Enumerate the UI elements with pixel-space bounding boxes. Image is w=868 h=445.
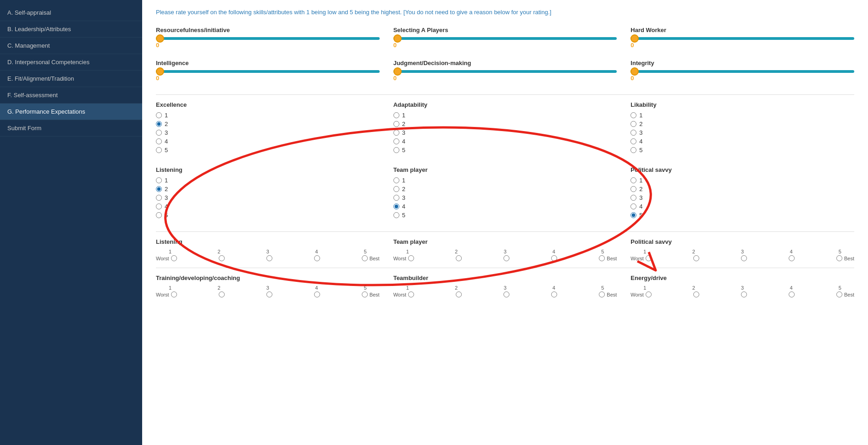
sidebar-item-interpersonal[interactable]: D. Interpersonal Competencies <box>0 54 142 71</box>
sidebar-item-leadership[interactable]: B. Leadership/Attributes <box>0 21 142 38</box>
scale-training-numbers: 1 2 3 4 5 <box>156 285 380 291</box>
slider-track-4 <box>156 70 380 73</box>
slider-thumb-5[interactable] <box>393 67 402 76</box>
excellence-option-5[interactable]: 5 <box>156 147 380 154</box>
political-savvy-option-2[interactable]: 2 <box>630 186 854 192</box>
listening-label: Listening <box>156 166 380 173</box>
political-savvy-option-1[interactable]: 1 <box>630 177 854 184</box>
scale-political-savvy-radio-3[interactable] <box>741 255 747 261</box>
sidebar-item-performance[interactable]: G. Performance Expectations <box>0 104 142 120</box>
slider-intelligence: Intelligence 0 <box>156 60 380 82</box>
adaptability-option-1[interactable]: 1 <box>393 112 617 119</box>
divider-1 <box>156 94 854 95</box>
slider-hardworker-label: Hard Worker <box>630 27 854 33</box>
scale-teambuilder-radio-5[interactable] <box>599 291 605 297</box>
slider-hardworker-value: 0 <box>630 42 854 49</box>
scale-political-savvy-radio-4[interactable] <box>789 255 795 261</box>
sidebar: A. Self-appraisal B. Leadership/Attribut… <box>0 0 142 445</box>
adaptability-option-2[interactable]: 2 <box>393 121 617 127</box>
listening-option-5[interactable]: 5 <box>156 212 380 219</box>
scale-listening-radio-3[interactable] <box>266 255 272 261</box>
scale-listening-radio-5[interactable] <box>362 255 368 261</box>
adaptability-option-5[interactable]: 5 <box>393 147 617 154</box>
scale-teambuilder-radio-4[interactable] <box>551 291 557 297</box>
scale-energy-drive-radios <box>644 291 844 297</box>
team-player-option-1[interactable]: 1 <box>393 177 617 184</box>
scale-team-player-radio-2[interactable] <box>456 255 462 261</box>
scale-energy-drive: Energy/drive 1 2 3 4 5 Worst Best <box>630 275 854 297</box>
listening-options: 1 2 3 4 5 <box>156 177 380 219</box>
scale-training: Training/developing/coaching 1 2 3 4 5 W… <box>156 275 380 297</box>
team-player-option-3[interactable]: 3 <box>393 194 617 201</box>
likability-option-1[interactable]: 1 <box>630 112 854 119</box>
slider-judgment-value: 0 <box>393 75 617 82</box>
likability-option-5[interactable]: 5 <box>630 147 854 154</box>
excellence-option-1[interactable]: 1 <box>156 112 380 119</box>
scale-team-player-radio-4[interactable] <box>551 255 557 261</box>
scale-political-savvy-radio-5[interactable] <box>836 255 842 261</box>
scale-listening-radio-4[interactable] <box>314 255 320 261</box>
best-label-training: Best <box>370 292 380 297</box>
scale-energy-drive-radio-5[interactable] <box>836 291 842 297</box>
scale-training-radio-3[interactable] <box>266 291 272 297</box>
team-player-option-4[interactable]: 4 <box>393 203 617 210</box>
scale-teambuilder-radio-1[interactable] <box>408 291 414 297</box>
sidebar-item-fit-alignment[interactable]: E. Fit/Alignment/Tradition <box>0 71 142 87</box>
sidebar-item-self-appraisal[interactable]: A. Self-appraisal <box>0 5 142 21</box>
scale-listening: Listening 1 2 3 4 5 Worst Best <box>156 238 380 261</box>
listening-option-4[interactable]: 4 <box>156 203 380 210</box>
worst-label-training: Worst <box>156 292 169 297</box>
political-savvy-option-5[interactable]: 5 <box>630 212 854 219</box>
scale-row-section-1: Listening 1 2 3 4 5 Worst Best <box>156 238 854 261</box>
scale-listening-radio-2[interactable] <box>219 255 225 261</box>
adaptability-option-3[interactable]: 3 <box>393 129 617 136</box>
political-savvy-option-3[interactable]: 3 <box>630 194 854 201</box>
slider-track <box>156 37 380 40</box>
slider-integrity: Integrity 0 <box>630 60 854 82</box>
scale-training-labels: Worst Best <box>156 291 380 297</box>
excellence-option-3[interactable]: 3 <box>156 129 380 136</box>
scale-listening-radio-1[interactable] <box>171 255 177 261</box>
sidebar-item-self-assessment[interactable]: F. Self-assessment <box>0 87 142 104</box>
scale-political-savvy-radio-2[interactable] <box>693 255 699 261</box>
team-player-option-5[interactable]: 5 <box>393 212 617 219</box>
scale-team-player-radios <box>406 255 607 261</box>
likability-option-4[interactable]: 4 <box>630 138 854 145</box>
scale-political-savvy-radio-1[interactable] <box>646 255 652 261</box>
scale-training-radio-5[interactable] <box>362 291 368 297</box>
scale-political-savvy-label: Political savvy <box>630 238 854 245</box>
scale-team-player-radio-3[interactable] <box>503 255 509 261</box>
scale-energy-drive-radio-3[interactable] <box>741 291 747 297</box>
excellence-option-2[interactable]: 2 <box>156 121 380 127</box>
scale-teambuilder-radio-3[interactable] <box>503 291 509 297</box>
scale-teambuilder-radio-2[interactable] <box>456 291 462 297</box>
scale-training-radio-4[interactable] <box>314 291 320 297</box>
slider-hardworker-track-container <box>630 37 854 40</box>
divider-2 <box>156 231 854 232</box>
scale-listening-numbers: 1 2 3 4 5 <box>156 249 380 254</box>
listening-option-1[interactable]: 1 <box>156 177 380 184</box>
likability-option-3[interactable]: 3 <box>630 129 854 136</box>
slider-integrity-track-container <box>630 70 854 73</box>
slider-thumb-2[interactable] <box>393 34 402 43</box>
scale-training-radio-1[interactable] <box>171 291 177 297</box>
scale-team-player-radio-1[interactable] <box>408 255 414 261</box>
scale-team-player-radio-5[interactable] <box>599 255 605 261</box>
slider-judgment-label: Judgment/Decision-making <box>393 60 617 66</box>
adaptability-option-4[interactable]: 4 <box>393 138 617 145</box>
scale-energy-drive-radio-2[interactable] <box>693 291 699 297</box>
political-savvy-option-4[interactable]: 4 <box>630 203 854 210</box>
excellence-option-4[interactable]: 4 <box>156 138 380 145</box>
slider-integrity-value: 0 <box>630 75 854 82</box>
scale-energy-drive-radio-1[interactable] <box>646 291 652 297</box>
sidebar-item-submit[interactable]: Submit Form <box>0 120 142 137</box>
sidebar-item-management[interactable]: C. Management <box>0 38 142 54</box>
scale-energy-drive-radio-4[interactable] <box>789 291 795 297</box>
scale-teambuilder-numbers: 1 2 3 4 5 <box>393 285 617 291</box>
scale-energy-drive-label: Energy/drive <box>630 275 854 281</box>
likability-option-2[interactable]: 2 <box>630 121 854 127</box>
listening-option-2[interactable]: 2 <box>156 186 380 192</box>
scale-training-radio-2[interactable] <box>219 291 225 297</box>
team-player-option-2[interactable]: 2 <box>393 186 617 192</box>
listening-option-3[interactable]: 3 <box>156 194 380 201</box>
